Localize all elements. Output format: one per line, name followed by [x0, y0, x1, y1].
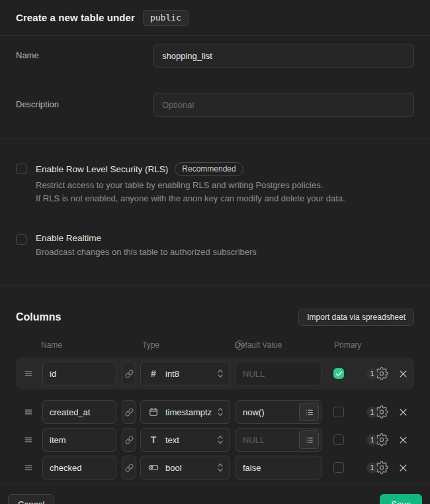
name-row: Name	[16, 44, 414, 68]
drag-handle-icon[interactable]	[24, 435, 33, 444]
cancel-button[interactable]: Cancel	[8, 494, 54, 504]
help-icon[interactable]: ?	[235, 340, 244, 350]
chevron-up-down-icon	[216, 462, 224, 473]
column-type-select[interactable]: T text	[140, 428, 230, 452]
primary-key-checkbox[interactable]	[333, 462, 344, 473]
table-options-section: Enable Row Level Security (RLS) Recommen…	[0, 138, 430, 286]
rls-label: Enable Row Level Security (RLS)	[36, 164, 168, 174]
column-settings-count-badge: 1	[366, 434, 378, 446]
remove-column-icon[interactable]	[398, 435, 408, 445]
drag-handle-icon[interactable]	[24, 407, 33, 417]
primary-key-checkbox[interactable]	[333, 368, 344, 379]
remove-column-icon[interactable]	[398, 369, 408, 379]
column-row-created-at: timestamptz 1	[16, 400, 414, 424]
rls-description-line2: If RLS is not enabled, anyone with the a…	[36, 192, 345, 205]
chevron-up-down-icon	[216, 368, 224, 379]
column-name-input[interactable]	[42, 456, 116, 479]
column-settings-button[interactable]: 1	[366, 405, 392, 419]
schema-badge: public	[143, 10, 189, 26]
column-settings-count-badge: 1	[366, 462, 378, 474]
column-type-select[interactable]: # int8	[140, 362, 230, 385]
rls-option: Enable Row Level Security (RLS) Recommen…	[16, 162, 414, 205]
foreign-key-link-icon[interactable]	[122, 456, 136, 479]
drag-handle-icon[interactable]	[24, 369, 33, 378]
default-value-suggestions-icon[interactable]	[299, 430, 319, 449]
column-row-id: # int8 1	[16, 358, 414, 389]
column-settings-count-badge: 1	[366, 368, 378, 379]
foreign-key-link-icon[interactable]	[122, 362, 136, 385]
column-default-value-input	[236, 362, 322, 385]
letter-t-icon: T	[148, 434, 159, 445]
create-table-modal: Create a new table under public Name Des…	[0, 0, 430, 504]
realtime-checkbox[interactable]	[16, 234, 26, 245]
realtime-label: Enable Realtime	[36, 233, 101, 243]
column-name-input[interactable]	[42, 428, 116, 452]
default-value-suggestions-icon[interactable]	[299, 403, 319, 421]
column-header-name: Name	[41, 340, 62, 350]
column-type-select[interactable]: timestamptz	[140, 400, 230, 424]
realtime-option: Enable Realtime Broadcast changes on thi…	[16, 233, 414, 259]
remove-column-icon[interactable]	[398, 463, 408, 473]
rls-checkbox[interactable]	[16, 164, 26, 174]
description-label: Description	[16, 93, 153, 109]
column-settings-button[interactable]: 1	[366, 367, 392, 380]
chevron-up-down-icon	[216, 407, 224, 417]
calendar-icon	[148, 407, 159, 417]
column-header-type: Type	[142, 340, 159, 350]
columns-heading: Columns	[16, 311, 61, 323]
modal-title: Create a new table under	[16, 12, 135, 23]
description-row: Description	[16, 93, 414, 117]
column-type-select[interactable]: bool	[140, 456, 230, 479]
table-name-input[interactable]	[153, 44, 414, 68]
remove-column-icon[interactable]	[398, 407, 408, 417]
column-settings-count-badge: 1	[366, 407, 378, 418]
modal-header: Create a new table under public	[0, 0, 430, 36]
toggle-icon	[148, 462, 159, 473]
primary-key-checkbox[interactable]	[333, 434, 344, 445]
foreign-key-link-icon[interactable]	[122, 428, 136, 452]
drag-handle-icon[interactable]	[24, 463, 33, 472]
table-description-input[interactable]	[153, 93, 414, 117]
save-button[interactable]: Save	[380, 494, 422, 504]
table-info-section: Name Description	[0, 36, 430, 138]
hash-icon: #	[148, 368, 159, 379]
chevron-up-down-icon	[216, 434, 224, 445]
column-name-input[interactable]	[42, 400, 116, 424]
column-header-primary: Primary	[334, 340, 361, 350]
realtime-description: Broadcast changes on this table to autho…	[36, 246, 257, 259]
primary-key-checkbox[interactable]	[333, 407, 344, 417]
import-spreadsheet-button[interactable]: Import data via spreadsheet	[298, 309, 414, 326]
column-default-value-input[interactable]	[236, 456, 322, 479]
column-row-checked: bool 1	[16, 456, 414, 479]
column-row-item: T text 1	[16, 428, 414, 452]
columns-table-header: Name Type Default Value ? Primary	[16, 340, 414, 350]
modal-footer: Cancel Save	[0, 483, 430, 504]
rls-description-line1: Restrict access to your table by enablin…	[36, 179, 345, 192]
column-name-input[interactable]	[42, 362, 116, 385]
column-settings-button[interactable]: 1	[366, 433, 392, 446]
column-settings-button[interactable]: 1	[366, 461, 392, 474]
name-label: Name	[16, 44, 153, 60]
columns-section: Columns Import data via spreadsheet Name…	[0, 286, 430, 483]
recommended-badge: Recommended	[175, 162, 243, 176]
foreign-key-link-icon[interactable]	[122, 400, 136, 424]
